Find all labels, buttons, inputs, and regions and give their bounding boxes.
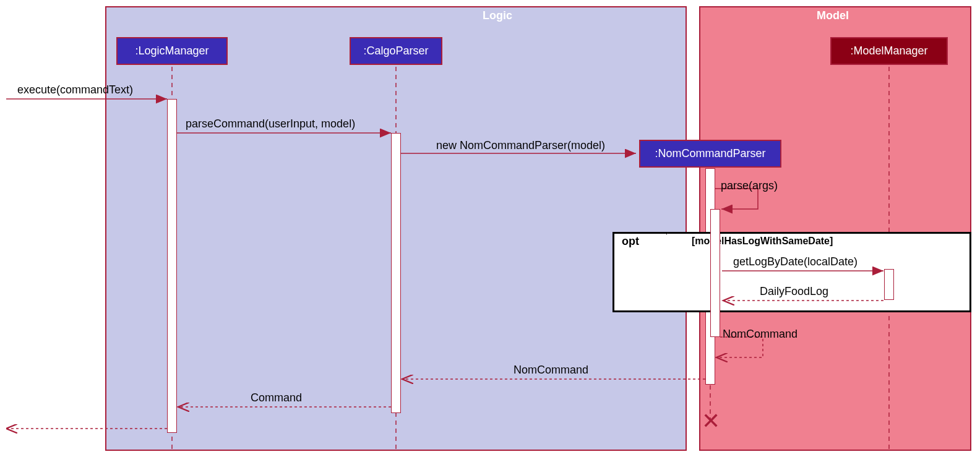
participant-modelmanager: :ModelManager bbox=[830, 37, 948, 65]
msg-command: Command bbox=[251, 391, 302, 404]
msg-parsecommand: parseCommand(userInput, model) bbox=[186, 117, 355, 130]
sequence-diagram: Logic Model :LogicManager :CalgoParser :… bbox=[6, 6, 974, 451]
msg-dailyfoodlog: DailyFoodLog bbox=[760, 285, 828, 298]
msg-parseargs: parse(args) bbox=[721, 179, 778, 192]
activation-logicmanager bbox=[167, 99, 177, 433]
msg-newparser: new NomCommandParser(model) bbox=[436, 139, 605, 152]
participant-nomcommandparser: :NomCommandParser bbox=[639, 140, 781, 168]
msg-getlogbydate: getLogByDate(localDate) bbox=[733, 255, 858, 268]
participant-logicmanager: :LogicManager bbox=[116, 37, 228, 65]
diagram-lines: eeee bbox=[6, 6, 974, 451]
participant-calgoparser: :CalgoParser bbox=[350, 37, 442, 65]
activation-modelmanager bbox=[884, 269, 894, 300]
activation-calgoparser bbox=[391, 133, 401, 413]
destroy-nomcommandparser: ✕ bbox=[702, 408, 720, 434]
msg-nomcommand-2: NomCommand bbox=[514, 364, 588, 377]
msg-nomcommand-1: NomCommand bbox=[723, 328, 797, 341]
opt-fragment: opt [modelHasLogWithSameDate] getLogByDa… bbox=[612, 232, 971, 312]
opt-inner-lines bbox=[614, 234, 969, 310]
msg-execute: execute(commandText) bbox=[17, 83, 133, 96]
activation-nomcommandparser-2 bbox=[710, 209, 720, 337]
